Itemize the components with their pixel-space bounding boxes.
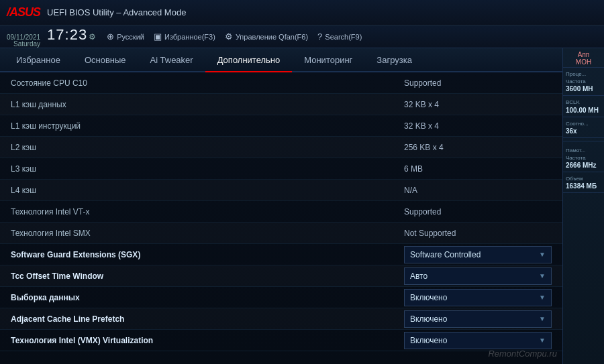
row-value-l1-data: 32 KB x 4 <box>404 100 552 109</box>
adjacent-dropdown[interactable]: Включено ▼ <box>404 310 552 328</box>
row-label-l4: L4 кэш <box>11 186 404 195</box>
dropdown-arrow-icon: ▼ <box>539 294 546 301</box>
clipboard-icon: ▣ <box>154 32 162 42</box>
right-panel-title: Апп МОН <box>563 48 604 68</box>
rp-bclk-value: 100.00 МН <box>566 107 601 114</box>
tcc-dropdown-value: Авто <box>410 271 427 281</box>
nav-ai-tweaker[interactable]: Ai Tweaker <box>138 48 205 71</box>
time-display: 17:23 <box>47 26 87 44</box>
rp-memfreq-label: Частота <box>566 154 601 162</box>
nav-bar: Избранное Основные Ai Tweaker Дополнител… <box>0 48 604 72</box>
rp-memsize-label: Объем <box>566 175 601 182</box>
row-label-l1-data: L1 кэш данных <box>11 100 404 109</box>
settings-icon[interactable]: ⚙ <box>89 32 96 42</box>
nav-advanced[interactable]: Дополнительно <box>205 48 293 72</box>
row-value-l2: 256 KB x 4 <box>404 143 552 152</box>
table-row: L2 кэш 256 KB x 4 <box>0 137 562 158</box>
table-row-sgx: Software Guard Extensions (SGX) Software… <box>0 244 562 265</box>
globe-icon: ⊕ <box>107 32 114 42</box>
table-row: L1 кэш инструкций 32 KB x 4 <box>0 115 562 137</box>
dropdown-arrow-icon: ▼ <box>539 272 546 280</box>
fan-icon: ⚙ <box>225 32 233 42</box>
table-row-datasample: Выборка данных Включено ▼ <box>0 287 562 308</box>
dropdown-arrow-icon: ▼ <box>539 315 546 322</box>
header-mid: 09/11/2021 Saturday 17:23 ⚙ ⊕ Русский ▣ … <box>0 25 604 48</box>
row-value-l3: 6 MB <box>404 164 552 174</box>
row-label-l3: L3 кэш <box>11 164 404 174</box>
row-label-vmx: Технология Intel (VMX) Virtualization <box>11 336 404 345</box>
table-row-tcc: Tcc Offset Time Window Авто ▼ <box>0 265 562 287</box>
table-row-adjacent: Adjacent Cache Line Prefetch Включено ▼ <box>0 308 562 330</box>
qfan-tool[interactable]: ⚙ Управление Qfan(F6) <box>225 32 308 42</box>
table-row: Технология Intel SMX Not Supported <box>0 223 562 244</box>
row-label-sgx: Software Guard Extensions (SGX) <box>11 250 404 259</box>
rp-freq-value: 3600 МН <box>566 85 601 93</box>
rp-memsize-section: Объем 16384 МБ <box>563 172 604 193</box>
nav-monitor[interactable]: Мониторинг <box>292 48 364 71</box>
row-value-l4: N/A <box>404 186 552 195</box>
datasample-dropdown[interactable]: Включено ▼ <box>404 289 552 306</box>
adjacent-dropdown-value: Включено <box>410 314 447 324</box>
row-label-smx: Технология Intel SMX <box>11 229 404 238</box>
header-tools: ⊕ Русский ▣ Избранное(F3) ⚙ Управление Q… <box>107 32 597 42</box>
settings-table: Состояние CPU C10 Supported L1 кэш данны… <box>0 72 562 351</box>
row-value-cpu-c10: Supported <box>404 78 552 88</box>
rp-bclk-section: BCLK 100.00 МН <box>563 96 604 117</box>
tcc-dropdown[interactable]: Авто ▼ <box>404 267 552 285</box>
rp-freq-label: Частота <box>566 78 601 85</box>
sgx-dropdown[interactable]: Software Controlled ▼ <box>404 246 552 263</box>
language-tool[interactable]: ⊕ Русский <box>107 32 144 42</box>
vmx-dropdown-value: Включено <box>410 336 447 345</box>
search-icon: ? <box>317 32 322 42</box>
language-label: Русский <box>117 33 144 41</box>
row-value-l1-instr: 32 KB x 4 <box>404 121 552 131</box>
sgx-dropdown-value: Software Controlled <box>410 250 481 259</box>
rp-ratio-label: Соотно... <box>566 120 601 127</box>
table-row: L3 кэш 6 MB <box>0 158 562 180</box>
row-value-smx: Not Supported <box>404 229 552 238</box>
date-display: 09/11/2021 <box>7 34 40 41</box>
datetime: 09/11/2021 Saturday 17:23 ⚙ <box>7 26 96 48</box>
row-label-cpu-c10: Состояние CPU C10 <box>11 78 404 88</box>
nav-favorites[interactable]: Избранное <box>4 48 72 71</box>
row-label-adjacent: Adjacent Cache Line Prefetch <box>11 314 404 324</box>
rp-ratio-value: 36x <box>566 127 601 135</box>
rp-proc-section: Проце... Частота 3600 МН <box>563 68 604 96</box>
row-label-datasample: Выборка данных <box>11 293 404 302</box>
row-value-vtx: Supported <box>404 207 552 217</box>
favorites-label: Избранное(F3) <box>164 33 215 41</box>
rp-ratio-section: Соотно... 36x <box>563 117 604 138</box>
right-panel: Апп МОН Проце... Частота 3600 МН BCLK 10… <box>562 48 604 364</box>
rp-mem-section: Памят... Частота 2666 МНz <box>563 144 604 172</box>
rp-memfreq-value: 2666 МНz <box>566 162 601 169</box>
table-row: L1 кэш данных 32 KB x 4 <box>0 94 562 115</box>
day-display: Saturday <box>13 41 40 48</box>
nav-main[interactable]: Основные <box>72 48 138 71</box>
search-label: Search(F9) <box>325 33 362 41</box>
dropdown-arrow-icon: ▼ <box>539 337 546 344</box>
datasample-dropdown-value: Включено <box>410 293 447 302</box>
nav-boot[interactable]: Загрузка <box>364 48 424 71</box>
table-row: L4 кэш N/A <box>0 180 562 201</box>
table-row: Состояние CPU C10 Supported <box>0 72 562 94</box>
favorites-tool[interactable]: ▣ Избранное(F3) <box>154 32 215 42</box>
header-top: /ASUS UEFI BIOS Utility – Advanced Mode <box>0 0 604 25</box>
row-label-vtx: Технология Intel VT-x <box>11 207 404 217</box>
rp-mem-label: Памят... <box>566 147 601 154</box>
rp-proc-label: Проце... <box>566 70 601 78</box>
row-label-l2: L2 кэш <box>11 143 404 152</box>
table-row-vmx: Технология Intel (VMX) Virtualization Вк… <box>0 330 562 351</box>
row-label-l1-instr: L1 кэш инструкций <box>11 121 404 131</box>
asus-logo: /ASUS <box>7 5 40 19</box>
rp-bclk-label: BCLK <box>566 99 601 106</box>
qfan-label: Управление Qfan(F6) <box>236 33 308 41</box>
rp-memsize-value: 16384 МБ <box>566 182 601 190</box>
search-tool[interactable]: ? Search(F9) <box>317 32 362 42</box>
main-content: Состояние CPU C10 Supported L1 кэш данны… <box>0 72 562 364</box>
vmx-dropdown[interactable]: Включено ▼ <box>404 332 552 349</box>
dropdown-arrow-icon: ▼ <box>539 251 546 258</box>
bios-title: UEFI BIOS Utility – Advanced Mode <box>47 7 597 17</box>
watermark: RemontCompu.ru <box>488 349 557 359</box>
table-row: Технология Intel VT-x Supported <box>0 201 562 223</box>
row-label-tcc: Tcc Offset Time Window <box>11 271 404 281</box>
